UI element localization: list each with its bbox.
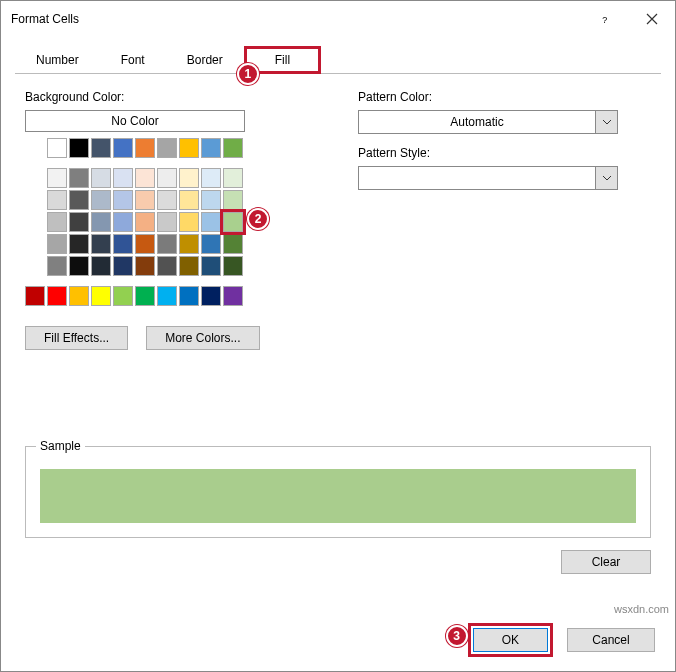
pattern-color-label: Pattern Color: [358, 90, 651, 104]
color-swatch[interactable] [47, 286, 67, 306]
pattern-style-label: Pattern Style: [358, 146, 651, 160]
color-swatch[interactable] [113, 212, 133, 232]
color-swatch[interactable] [47, 256, 67, 276]
theme-top-row [47, 138, 318, 158]
tab-number[interactable]: Number [15, 46, 100, 74]
color-swatch[interactable] [179, 212, 199, 232]
help-button[interactable]: ? [583, 1, 629, 37]
color-swatch[interactable] [91, 212, 111, 232]
tab-fill[interactable]: Fill 1 [244, 46, 321, 74]
pattern-style-dropdown[interactable] [358, 166, 618, 190]
more-colors-button[interactable]: More Colors... [146, 326, 259, 350]
fill-buttons-row: Fill Effects... More Colors... [25, 326, 318, 350]
dialog-footer: 3 OK Cancel [468, 623, 655, 657]
color-swatch[interactable] [201, 190, 221, 210]
tab-border[interactable]: Border [166, 46, 244, 74]
color-swatch[interactable] [113, 234, 133, 254]
color-swatch[interactable] [157, 256, 177, 276]
color-swatch[interactable] [179, 286, 199, 306]
color-swatch[interactable] [135, 190, 155, 210]
color-swatch[interactable] [69, 138, 89, 158]
color-swatch[interactable] [179, 138, 199, 158]
color-swatch[interactable] [91, 190, 111, 210]
color-swatch[interactable] [179, 168, 199, 188]
color-swatch[interactable] [47, 212, 67, 232]
titlebar: Format Cells ? [1, 1, 675, 37]
color-swatch[interactable] [223, 256, 243, 276]
clear-button[interactable]: Clear [561, 550, 651, 574]
color-swatch[interactable] [179, 234, 199, 254]
color-swatch[interactable] [113, 256, 133, 276]
fill-effects-button[interactable]: Fill Effects... [25, 326, 128, 350]
chevron-down-icon [603, 174, 611, 182]
color-swatch[interactable] [113, 286, 133, 306]
tab-strip: Number Font Border Fill 1 [15, 45, 661, 74]
callout-badge-1: 1 [237, 63, 259, 85]
color-swatch[interactable] [47, 190, 67, 210]
close-button[interactable] [629, 1, 675, 37]
color-swatch[interactable] [69, 190, 89, 210]
callout-badge-2: 2 [247, 208, 269, 230]
color-swatch[interactable] [157, 168, 177, 188]
theme-shade-grid: 2 [47, 168, 318, 276]
color-swatch[interactable] [201, 286, 221, 306]
color-swatch[interactable] [179, 256, 199, 276]
color-swatch[interactable] [135, 212, 155, 232]
color-swatch[interactable] [135, 256, 155, 276]
pattern-color-dropdown[interactable]: Automatic [358, 110, 618, 134]
color-swatch[interactable] [69, 234, 89, 254]
color-swatch[interactable] [157, 190, 177, 210]
no-color-button[interactable]: No Color [25, 110, 245, 132]
color-swatch[interactable] [113, 190, 133, 210]
color-swatch[interactable] [47, 138, 67, 158]
color-swatch[interactable] [91, 286, 111, 306]
color-swatch[interactable] [113, 168, 133, 188]
left-column: Background Color: No Color 2 Fill Effect… [25, 90, 318, 350]
color-swatch[interactable] [69, 212, 89, 232]
color-swatch[interactable] [157, 138, 177, 158]
ok-label: OK [473, 628, 548, 652]
dropdown-arrow [595, 111, 617, 133]
color-swatch[interactable] [223, 168, 243, 188]
color-swatch[interactable] [201, 256, 221, 276]
ok-button[interactable]: OK [468, 623, 553, 657]
color-swatch[interactable] [223, 286, 243, 306]
right-column: Pattern Color: Automatic Pattern Style: [358, 90, 651, 350]
color-swatch[interactable] [223, 138, 243, 158]
color-swatch[interactable] [69, 286, 89, 306]
color-swatch[interactable] [223, 212, 243, 232]
color-swatch[interactable] [201, 168, 221, 188]
chevron-down-icon [603, 118, 611, 126]
fill-panel: Background Color: No Color 2 Fill Effect… [1, 74, 675, 366]
color-swatch[interactable] [91, 138, 111, 158]
color-swatch[interactable] [135, 234, 155, 254]
color-swatch[interactable] [223, 234, 243, 254]
color-swatch[interactable] [157, 234, 177, 254]
color-swatch[interactable] [91, 234, 111, 254]
color-swatch[interactable] [91, 256, 111, 276]
color-swatch[interactable] [179, 190, 199, 210]
color-swatch[interactable] [135, 286, 155, 306]
color-swatch[interactable] [201, 212, 221, 232]
color-swatch[interactable] [201, 234, 221, 254]
color-swatch[interactable] [157, 286, 177, 306]
dropdown-arrow [595, 167, 617, 189]
color-swatch[interactable] [201, 138, 221, 158]
color-swatch[interactable] [47, 234, 67, 254]
color-swatch[interactable] [25, 286, 45, 306]
color-swatch[interactable] [69, 256, 89, 276]
cancel-button[interactable]: Cancel [567, 628, 655, 652]
color-swatch[interactable] [91, 168, 111, 188]
color-swatch[interactable] [135, 138, 155, 158]
tab-font[interactable]: Font [100, 46, 166, 74]
color-swatch[interactable] [69, 168, 89, 188]
color-swatch[interactable] [113, 138, 133, 158]
color-swatch[interactable] [223, 190, 243, 210]
color-swatch[interactable] [135, 168, 155, 188]
color-swatch[interactable] [157, 212, 177, 232]
standard-colors-row [25, 286, 318, 306]
sample-group: Sample [25, 446, 651, 538]
pattern-color-value: Automatic [359, 111, 595, 133]
color-swatch[interactable] [47, 168, 67, 188]
tab-fill-label: Fill [275, 53, 290, 67]
